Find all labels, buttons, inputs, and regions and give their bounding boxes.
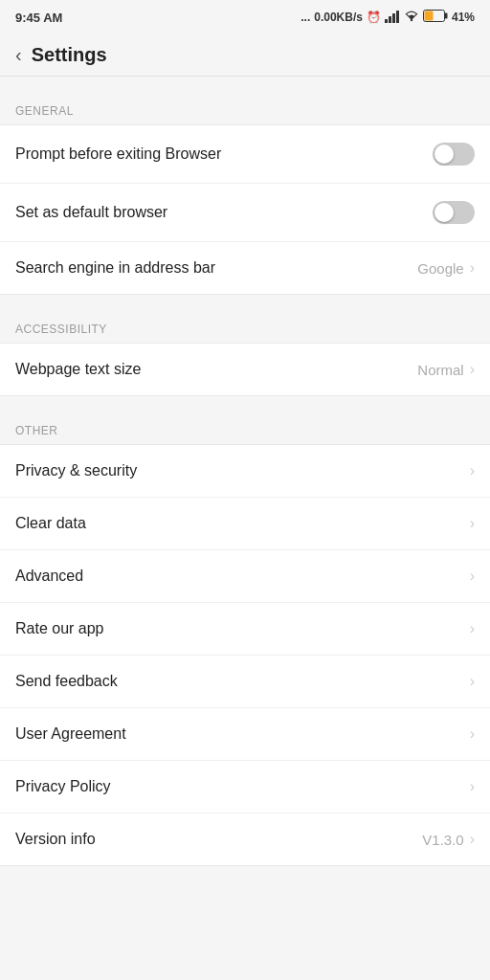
setting-right-advanced: › <box>470 568 475 585</box>
chevron-right-icon: › <box>470 515 475 532</box>
setting-label-version-info: Version info <box>15 831 96 848</box>
setting-row-prompt-exit[interactable]: Prompt before exiting Browser <box>0 125 490 184</box>
setting-label-search-engine: Search engine in address bar <box>15 259 215 277</box>
svg-rect-7 <box>424 11 433 21</box>
toggle-knob-default-browser <box>434 203 454 222</box>
chevron-right-icon: › <box>470 259 475 277</box>
setting-label-advanced: Advanced <box>15 568 83 585</box>
setting-right-rate-app: › <box>470 620 475 637</box>
section-body-accessibility: Webpage text sizeNormal› <box>0 343 490 396</box>
section-gap <box>0 295 490 306</box>
setting-value-text-size: Normal <box>417 362 463 378</box>
setting-right-text-size: Normal› <box>417 361 475 378</box>
toggle-knob-prompt-exit <box>434 145 454 164</box>
setting-label-clear-data: Clear data <box>15 515 86 532</box>
section-label-other: OTHER <box>15 424 58 437</box>
setting-label-privacy-policy: Privacy Policy <box>15 778 111 795</box>
setting-label-privacy-security: Privacy & security <box>15 462 137 479</box>
svg-rect-0 <box>385 19 388 23</box>
setting-row-user-agreement[interactable]: User Agreement› <box>0 708 490 761</box>
section-header-general: GENERAL <box>0 88 490 124</box>
chevron-right-icon: › <box>470 568 475 585</box>
setting-row-default-browser[interactable]: Set as default browser <box>0 184 490 242</box>
svg-point-4 <box>411 18 412 20</box>
svg-rect-2 <box>392 13 395 23</box>
setting-right-default-browser <box>433 201 475 224</box>
section-gap <box>0 396 490 408</box>
back-icon: ‹ <box>15 44 22 66</box>
setting-row-clear-data[interactable]: Clear data› <box>0 498 490 550</box>
setting-row-version-info[interactable]: Version infoV1.3.0› <box>0 813 490 865</box>
section-body-other: Privacy & security›Clear data›Advanced›R… <box>0 444 490 866</box>
setting-row-search-engine[interactable]: Search engine in address barGoogle› <box>0 242 490 294</box>
status-icons: ... 0.00KB/s ⏰ 41% <box>301 10 475 26</box>
settings-header: ‹ Settings <box>0 34 490 77</box>
battery-icon <box>423 10 448 25</box>
chevron-right-icon: › <box>470 725 475 743</box>
svg-rect-6 <box>444 13 447 19</box>
section-header-accessibility: ACCESSIBILITY <box>0 306 490 343</box>
setting-value-version-info: V1.3.0 <box>422 832 463 848</box>
setting-row-advanced[interactable]: Advanced› <box>0 550 490 603</box>
chevron-right-icon: › <box>470 462 475 479</box>
setting-right-privacy-policy: › <box>470 778 475 795</box>
setting-label-user-agreement: User Agreement <box>15 725 126 743</box>
section-label-accessibility: ACCESSIBILITY <box>15 323 107 336</box>
setting-right-privacy-security: › <box>470 462 475 479</box>
setting-value-search-engine: Google <box>417 260 463 277</box>
setting-right-prompt-exit <box>433 143 475 166</box>
setting-right-clear-data: › <box>470 515 475 532</box>
section-header-other: OTHER <box>0 408 490 444</box>
status-time: 9:45 AM <box>15 11 62 25</box>
setting-right-send-feedback: › <box>470 673 475 690</box>
section-label-general: GENERAL <box>15 104 74 118</box>
setting-right-search-engine: Google› <box>417 259 475 277</box>
svg-rect-1 <box>389 16 391 23</box>
status-bar: 9:45 AM ... 0.00KB/s ⏰ <box>0 0 490 34</box>
setting-row-privacy-security[interactable]: Privacy & security› <box>0 445 490 498</box>
battery-percent: 41% <box>452 11 475 24</box>
toggle-prompt-exit[interactable] <box>433 143 475 166</box>
settings-sections: GENERALPrompt before exiting BrowserSet … <box>0 77 490 866</box>
chevron-right-icon: › <box>470 361 475 378</box>
setting-row-send-feedback[interactable]: Send feedback› <box>0 656 490 708</box>
setting-row-privacy-policy[interactable]: Privacy Policy› <box>0 761 490 813</box>
back-button[interactable]: ‹ <box>15 44 22 66</box>
setting-label-send-feedback: Send feedback <box>15 673 118 690</box>
svg-rect-3 <box>396 11 399 23</box>
signal-dots: ... <box>301 11 310 24</box>
alarm-icon: ⏰ <box>367 11 381 24</box>
section-body-general: Prompt before exiting BrowserSet as defa… <box>0 124 490 295</box>
setting-row-rate-app[interactable]: Rate our app› <box>0 603 490 656</box>
setting-label-rate-app: Rate our app <box>15 620 104 637</box>
wifi-icon <box>404 11 419 25</box>
setting-right-user-agreement: › <box>470 725 475 743</box>
page-title: Settings <box>32 44 107 66</box>
toggle-default-browser[interactable] <box>433 201 475 224</box>
setting-right-version-info: V1.3.0› <box>422 831 475 848</box>
data-speed: 0.00KB/s <box>314 11 363 24</box>
chevron-right-icon: › <box>470 673 475 690</box>
setting-row-text-size[interactable]: Webpage text sizeNormal› <box>0 344 490 395</box>
setting-label-prompt-exit: Prompt before exiting Browser <box>15 145 221 163</box>
chevron-right-icon: › <box>470 778 475 795</box>
chevron-right-icon: › <box>470 831 475 848</box>
signal-icon <box>385 10 400 26</box>
section-gap <box>0 77 490 88</box>
setting-label-text-size: Webpage text size <box>15 361 141 378</box>
chevron-right-icon: › <box>470 620 475 637</box>
setting-label-default-browser: Set as default browser <box>15 204 167 221</box>
